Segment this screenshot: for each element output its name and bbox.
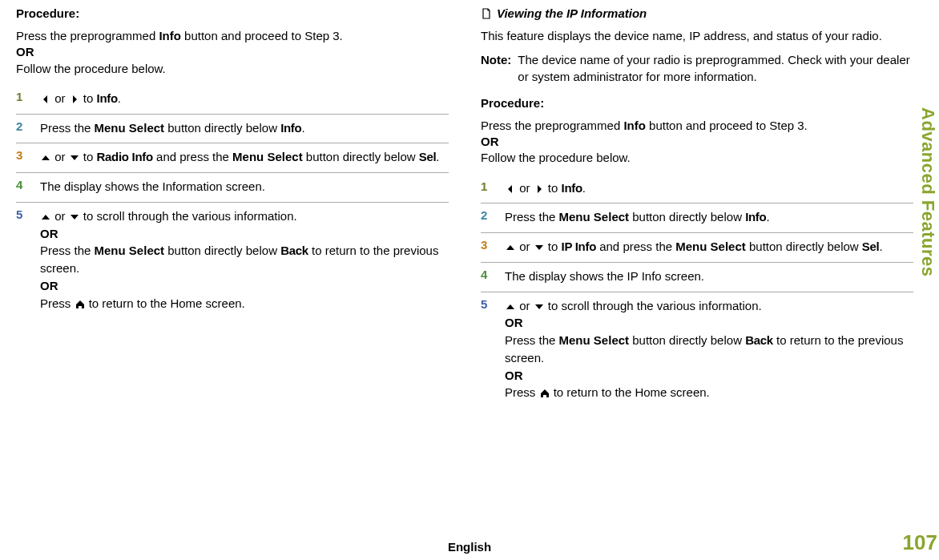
t: . [766, 210, 769, 224]
t: . [879, 240, 882, 253]
t: . [118, 91, 121, 105]
right-column: Viewing the IP Information This feature … [481, 6, 913, 408]
up-arrow-icon [40, 212, 51, 223]
t: Press the [505, 333, 559, 347]
svg-marker-11 [535, 304, 543, 309]
step-3: 3 or to IP Info and press the Menu Selec… [481, 233, 913, 263]
step-2: 2 Press the Menu Select button directly … [481, 203, 913, 233]
menu-select-label: Menu Select [232, 150, 303, 163]
up-arrow-icon [40, 152, 51, 163]
up-arrow-icon [505, 301, 516, 312]
intro-text: Press the preprogrammed [481, 119, 623, 132]
t: to scroll through the various informatio… [80, 209, 297, 223]
down-arrow-icon [534, 242, 545, 253]
menu-select-label: Menu Select [675, 240, 746, 253]
svg-marker-1 [73, 95, 77, 103]
t: or [51, 150, 69, 163]
language-label: English [448, 540, 491, 554]
menu-ip-info: IP Info [562, 240, 596, 253]
menu-radio-info: Radio Info [97, 150, 153, 163]
menu-select-label: Menu Select [559, 210, 630, 224]
intro-info: Info [623, 119, 646, 132]
down-arrow-icon [534, 301, 545, 312]
t: Press the [40, 121, 95, 135]
svg-marker-6 [508, 185, 512, 193]
intro-follow: Follow the procedure below. [16, 62, 166, 75]
page-number: 107 [903, 530, 937, 555]
t: button directly below [303, 150, 419, 163]
step-5: 5 or to scroll through the various infor… [481, 292, 913, 409]
step-body: Press the Menu Select button directly be… [505, 208, 913, 226]
t: or [516, 240, 534, 253]
step-body: or to Info. [505, 179, 913, 197]
svg-marker-0 [43, 95, 47, 103]
step-body: or to Radio Info and press the Menu Sele… [40, 148, 449, 166]
step-body: or to scroll through the various informa… [40, 207, 449, 312]
step-number: 3 [481, 238, 495, 252]
procedure-heading: Procedure: [16, 6, 449, 20]
or-label: OR [505, 316, 523, 329]
t: to [545, 240, 562, 253]
step-number: 1 [481, 179, 495, 193]
intro-text: Press the preprogrammed [16, 29, 159, 42]
down-arrow-icon [69, 212, 80, 223]
t: button directly below [629, 333, 745, 347]
menu-info: Info [562, 181, 582, 195]
step-number: 2 [16, 119, 30, 133]
procedure-heading: Procedure: [481, 96, 913, 110]
t: button directly below [164, 121, 280, 135]
t: to [80, 91, 97, 105]
svg-marker-7 [538, 185, 542, 193]
step-5: 5 or to scroll through the various infor… [16, 203, 449, 319]
step-1: 1 or to Info. [16, 85, 449, 115]
t: . [436, 150, 439, 163]
t: . [582, 181, 586, 195]
t: or [51, 91, 69, 105]
t: or [516, 181, 534, 195]
left-arrow-icon [40, 94, 51, 105]
step-number: 5 [16, 207, 30, 221]
home-icon [75, 299, 86, 310]
sidebar-label: Advanced Features [917, 107, 938, 276]
t: to [80, 150, 97, 163]
menu-back: Back [280, 244, 308, 257]
down-arrow-icon [69, 152, 80, 163]
svg-marker-2 [42, 155, 50, 160]
t: to [545, 181, 562, 195]
step-2: 2 Press the Menu Select button directly … [16, 115, 449, 144]
step-number: 2 [481, 208, 495, 222]
t: Press [40, 296, 75, 310]
menu-sel: Sel [419, 150, 437, 163]
t: and press the [153, 150, 232, 163]
svg-marker-10 [506, 304, 514, 309]
t: to scroll through the various informatio… [545, 299, 762, 312]
t: to return to the Home screen. [86, 296, 245, 310]
step-number: 1 [16, 90, 30, 103]
t: Press the [40, 244, 95, 257]
step-body: The display shows the Information screen… [40, 178, 449, 195]
step-3: 3 or to Radio Info and press the Menu Se… [16, 143, 449, 173]
step-body: The display shows the IP Info screen. [505, 268, 913, 285]
step-4: 4 The display shows the Information scre… [16, 173, 449, 203]
note-block: Note: The device name of your radio is p… [481, 52, 913, 85]
heading-text: Viewing the IP Information [497, 6, 647, 20]
t: button directly below [629, 210, 745, 224]
note-label: Note: [481, 52, 511, 85]
menu-select-label: Menu Select [95, 121, 165, 135]
intro-text2: button and proceed to Step 3. [181, 29, 343, 42]
or-label: OR [40, 227, 58, 240]
menu-info: Info [280, 121, 301, 135]
t: button directly below [164, 244, 280, 257]
svg-marker-8 [506, 245, 514, 250]
procedure-intro: Press the preprogrammed Info button and … [481, 118, 913, 167]
page-content: Procedure: Press the preprogrammed Info … [0, 0, 939, 414]
section-heading: Viewing the IP Information [481, 6, 913, 20]
intro-info: Info [159, 29, 181, 42]
intro-or: OR [16, 45, 34, 58]
step-body: or to scroll through the various informa… [505, 297, 913, 402]
right-arrow-icon [534, 183, 545, 195]
svg-marker-5 [71, 215, 79, 220]
document-icon [481, 8, 492, 19]
intro-or: OR [481, 135, 499, 148]
step-body: Press the Menu Select button directly be… [40, 119, 449, 137]
